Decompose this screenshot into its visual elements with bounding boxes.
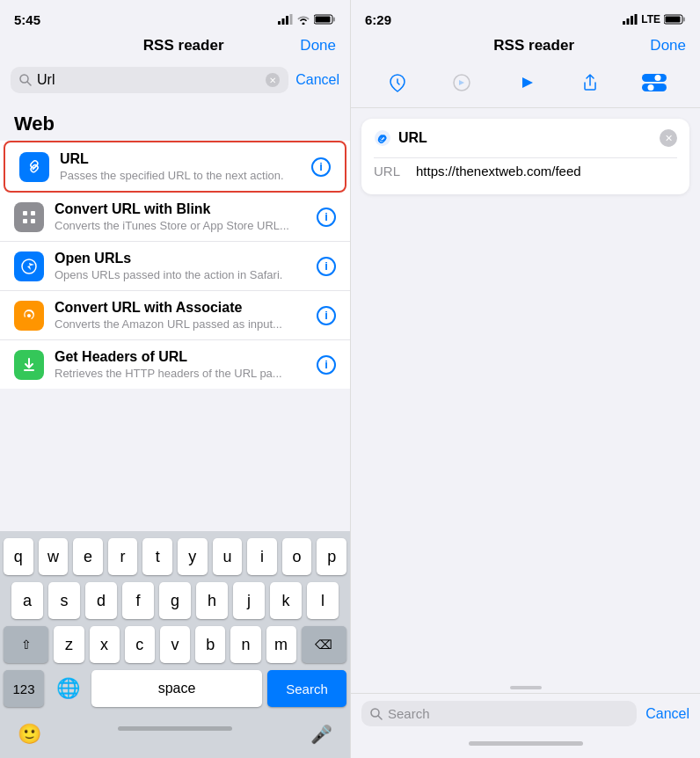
right-status-bar: 6:29 LTE: [351, 0, 700, 33]
action-item-headers[interactable]: Get Headers of URL Retrieves the HTTP he…: [0, 340, 350, 389]
key-j[interactable]: j: [233, 582, 265, 619]
key-backspace[interactable]: ⌫: [302, 626, 346, 663]
url-card-title-text: URL: [398, 130, 427, 146]
left-nav-done[interactable]: Done: [300, 37, 336, 55]
key-w[interactable]: w: [39, 538, 69, 575]
open-urls-action-text: Open URLs Opens URLs passed into the act…: [55, 251, 306, 281]
headers-action-text: Get Headers of URL Retrieves the HTTP he…: [55, 349, 306, 380]
url-field-value: https://thenextweb.com/feed: [416, 164, 581, 179]
key-x[interactable]: x: [90, 626, 120, 663]
svg-rect-23: [642, 74, 667, 82]
headers-info-button[interactable]: i: [317, 355, 336, 375]
right-nav-title: RSS reader: [418, 37, 650, 55]
wifi-icon: [296, 14, 310, 25]
svg-rect-2: [286, 16, 288, 25]
associate-action-text: Convert URL with Associate Converts the …: [55, 300, 306, 331]
key-d[interactable]: d: [85, 582, 117, 619]
right-nav-done[interactable]: Done: [650, 37, 686, 55]
sheet-handle: [510, 686, 542, 689]
key-emoji[interactable]: 🌐: [49, 670, 86, 707]
svg-rect-6: [316, 17, 331, 23]
associate-action-title: Convert URL with Associate: [55, 300, 306, 316]
right-toolbar: [351, 62, 700, 108]
key-p[interactable]: p: [317, 538, 346, 575]
key-emoji-face[interactable]: 🙂: [11, 716, 47, 753]
blink-info-button[interactable]: i: [317, 208, 336, 227]
key-z[interactable]: z: [54, 626, 84, 663]
key-num[interactable]: 123: [4, 670, 44, 707]
key-search[interactable]: Search: [267, 670, 346, 707]
key-n[interactable]: n: [230, 626, 260, 663]
svg-rect-17: [631, 16, 633, 25]
key-k[interactable]: k: [270, 582, 302, 619]
signal-icon: [278, 14, 293, 25]
svg-line-8: [27, 82, 31, 85]
right-phone: 6:29 LTE RSS reader Done: [350, 0, 700, 758]
keyboard-row-1: q w e r t y u i o p: [4, 538, 346, 575]
toolbar-share-button[interactable]: [574, 67, 606, 98]
svg-rect-3: [290, 14, 293, 25]
headers-icon: [14, 350, 44, 380]
key-u[interactable]: u: [213, 538, 243, 575]
key-b[interactable]: b: [195, 626, 225, 663]
action-item-blink[interactable]: Convert URL with Blink Converts the iTun…: [0, 193, 350, 242]
action-item-open-urls[interactable]: Open URLs Opens URLs passed into the act…: [0, 242, 350, 291]
svg-rect-10: [31, 211, 35, 215]
key-space[interactable]: space: [91, 670, 262, 707]
key-mic[interactable]: 🎤: [303, 716, 339, 753]
search-clear-button[interactable]: ✕: [266, 73, 280, 87]
key-h[interactable]: h: [196, 582, 228, 619]
key-t[interactable]: t: [142, 538, 172, 575]
key-e[interactable]: e: [73, 538, 103, 575]
key-a[interactable]: a: [11, 582, 43, 619]
search-cancel-button[interactable]: Cancel: [295, 72, 339, 88]
bottom-cancel-button[interactable]: Cancel: [645, 706, 689, 722]
bottom-search-bar[interactable]: Search: [361, 701, 637, 726]
toolbar-play-button[interactable]: [510, 67, 542, 98]
url-card-close-button[interactable]: ✕: [660, 129, 677, 147]
key-o[interactable]: o: [282, 538, 312, 575]
url-info-button[interactable]: i: [311, 157, 331, 177]
search-input[interactable]: Url: [37, 72, 260, 88]
associate-icon: [14, 301, 44, 331]
key-g[interactable]: g: [159, 582, 191, 619]
key-y[interactable]: y: [178, 538, 208, 575]
key-v[interactable]: v: [160, 626, 190, 663]
key-s[interactable]: s: [48, 582, 80, 619]
url-action-title: URL: [60, 151, 301, 167]
action-item-associate[interactable]: Convert URL with Associate Converts the …: [0, 291, 350, 340]
open-urls-info-button[interactable]: i: [317, 257, 336, 276]
associate-action-subtitle: Converts the Amazon URL passed as input.…: [55, 317, 306, 331]
blink-action-subtitle: Converts the iTunes Store or App Store U…: [55, 219, 306, 232]
url-action-text: URL Passes the specified URL to the next…: [60, 151, 301, 182]
associate-info-button[interactable]: i: [317, 306, 336, 325]
svg-rect-11: [23, 219, 27, 223]
url-icon: [19, 152, 49, 182]
url-action-subtitle: Passes the specified URL to the next act…: [60, 169, 301, 182]
url-card-title-row: URL: [374, 129, 427, 147]
svg-rect-0: [278, 21, 281, 25]
key-l[interactable]: l: [307, 582, 339, 619]
left-search-bar[interactable]: Url ✕: [11, 67, 288, 93]
key-f[interactable]: f: [122, 582, 154, 619]
svg-rect-18: [635, 14, 638, 25]
toolbar-back-button[interactable]: [382, 67, 413, 98]
headers-action-subtitle: Retrieves the HTTP headers of the URL pa…: [55, 367, 306, 380]
right-battery-icon: [664, 14, 686, 25]
key-q[interactable]: q: [4, 538, 33, 575]
bottom-search-icon: [370, 708, 383, 720]
action-item-url[interactable]: URL Passes the specified URL to the next…: [4, 141, 346, 193]
key-r[interactable]: r: [108, 538, 138, 575]
svg-line-29: [378, 716, 382, 719]
open-urls-action-subtitle: Opens URLs passed into the action in Saf…: [55, 268, 306, 281]
key-shift[interactable]: ⇧: [4, 626, 48, 663]
toolbar-forward-button[interactable]: [446, 67, 478, 98]
toolbar-settings-button[interactable]: [638, 67, 670, 98]
right-signal-icon: [623, 14, 638, 25]
key-m[interactable]: m: [266, 626, 296, 663]
lte-label: LTE: [641, 13, 660, 26]
key-c[interactable]: c: [125, 626, 155, 663]
key-i[interactable]: i: [247, 538, 277, 575]
svg-rect-15: [623, 21, 625, 25]
headers-action-title: Get Headers of URL: [55, 349, 306, 365]
